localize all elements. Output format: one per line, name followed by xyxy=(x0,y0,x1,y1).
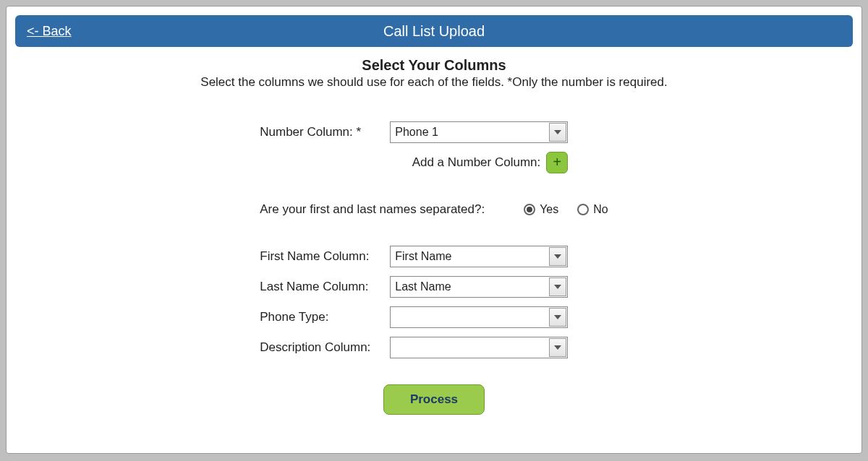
number-column-select[interactable]: Phone 1 xyxy=(390,121,568,143)
number-column-label: Number Column: * xyxy=(260,125,390,139)
number-column-row: Number Column: * Phone 1 xyxy=(260,121,608,143)
panel: <- Back Call List Upload Select Your Col… xyxy=(6,6,862,454)
number-column-value[interactable]: Phone 1 xyxy=(390,121,568,143)
names-separated-group: Yes No xyxy=(524,203,608,216)
process-row: Process xyxy=(260,384,608,415)
add-number-label: Add a Number Column: xyxy=(412,155,541,170)
names-separated-label: Are your first and last names separated?… xyxy=(260,202,485,217)
last-name-select[interactable]: Last Name xyxy=(390,276,568,298)
process-button[interactable]: Process xyxy=(383,384,485,415)
phone-type-select[interactable] xyxy=(390,306,568,328)
first-name-row: First Name Column: First Name xyxy=(260,246,608,267)
radio-yes-indicator xyxy=(524,204,535,215)
description-label: Description Column: xyxy=(260,340,390,355)
first-name-select[interactable]: First Name xyxy=(390,246,568,267)
description-row: Description Column: xyxy=(260,337,608,358)
form-area: Number Column: * Phone 1 Add a Number Co… xyxy=(260,121,608,415)
last-name-row: Last Name Column: Last Name xyxy=(260,276,608,298)
section-title: Select Your Columns xyxy=(15,57,853,74)
content: Select Your Columns Select the columns w… xyxy=(15,47,853,415)
names-separated-row: Are your first and last names separated?… xyxy=(260,202,608,217)
phone-type-row: Phone Type: xyxy=(260,306,608,328)
radio-yes-label: Yes xyxy=(540,203,558,216)
page-title: Call List Upload xyxy=(383,23,485,40)
description-value[interactable] xyxy=(390,337,568,358)
header-bar: <- Back Call List Upload xyxy=(15,15,853,47)
section-subtitle: Select the columns we should use for eac… xyxy=(15,75,853,90)
add-number-row: Add a Number Column: + xyxy=(260,152,568,173)
radio-no[interactable]: No xyxy=(577,203,608,216)
radio-yes[interactable]: Yes xyxy=(524,203,558,216)
add-number-button[interactable]: + xyxy=(546,152,568,173)
radio-no-label: No xyxy=(593,203,608,216)
first-name-label: First Name Column: xyxy=(260,249,390,264)
phone-type-label: Phone Type: xyxy=(260,310,390,324)
first-name-value[interactable]: First Name xyxy=(390,246,568,267)
phone-type-value[interactable] xyxy=(390,306,568,328)
last-name-value[interactable]: Last Name xyxy=(390,276,568,298)
last-name-label: Last Name Column: xyxy=(260,280,390,294)
radio-no-indicator xyxy=(577,204,589,215)
description-select[interactable] xyxy=(390,337,568,358)
back-link[interactable]: <- Back xyxy=(27,24,72,39)
